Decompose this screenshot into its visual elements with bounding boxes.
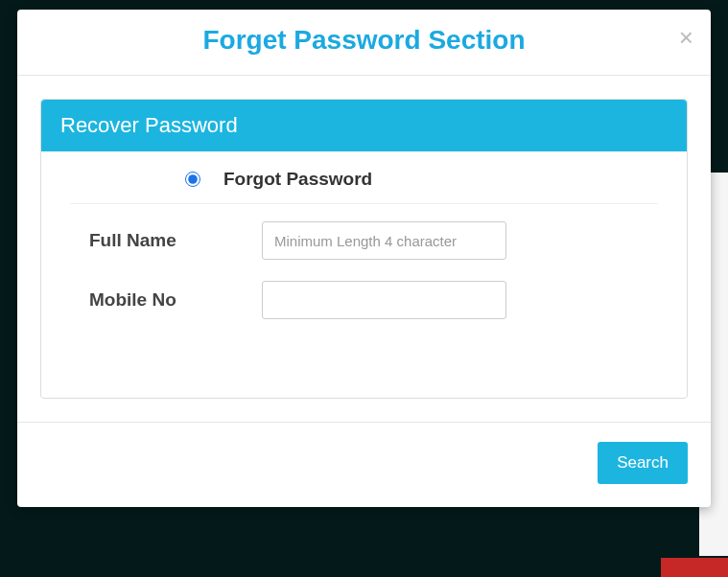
mobile-no-label: Mobile No bbox=[70, 289, 262, 311]
modal-footer: Search bbox=[17, 422, 711, 507]
recover-panel: Recover Password Forgot Password Full Na… bbox=[40, 99, 688, 399]
mobile-no-input[interactable] bbox=[262, 281, 506, 319]
modal-body: Recover Password Forgot Password Full Na… bbox=[17, 76, 711, 422]
option-row: Forgot Password bbox=[70, 169, 658, 204]
full-name-row: Full Name bbox=[70, 221, 658, 260]
close-icon[interactable]: × bbox=[679, 25, 693, 50]
full-name-label: Full Name bbox=[70, 230, 262, 251]
panel-body: Forgot Password Full Name Mobile No bbox=[41, 151, 687, 398]
option-label: Forgot Password bbox=[223, 169, 372, 190]
search-button[interactable]: Search bbox=[598, 442, 688, 484]
modal-title: Forget Password Section bbox=[36, 25, 692, 56]
full-name-input[interactable] bbox=[262, 221, 506, 260]
mobile-no-row: Mobile No bbox=[70, 281, 658, 319]
modal-header: Forget Password Section × bbox=[17, 10, 711, 76]
panel-header: Recover Password bbox=[41, 100, 687, 151]
forgot-password-modal: Forget Password Section × Recover Passwo… bbox=[17, 10, 711, 507]
bg-accent bbox=[661, 558, 728, 577]
forgot-password-radio[interactable] bbox=[185, 172, 200, 187]
